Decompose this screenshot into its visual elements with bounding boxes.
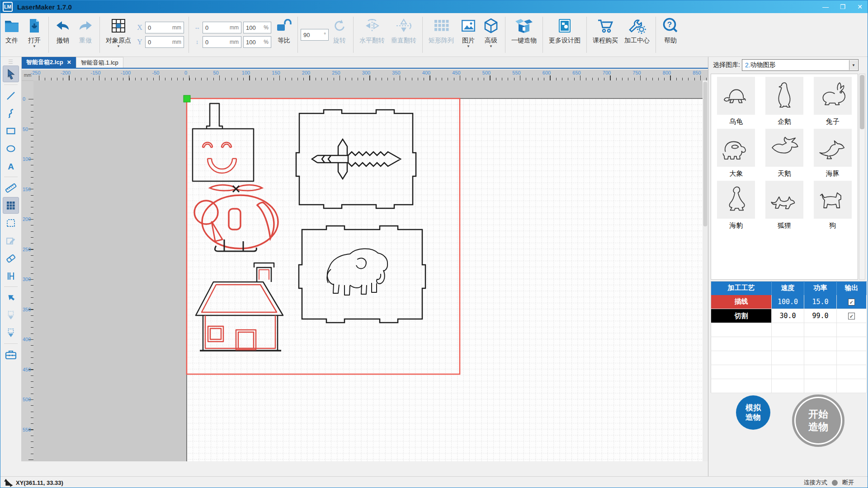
tool-import-shape[interactable]	[3, 289, 19, 306]
library-scrollbar[interactable]	[859, 74, 865, 280]
toolbar-button-file[interactable]: 文件	[0, 13, 23, 56]
tool-export-blue[interactable]	[3, 324, 19, 341]
speed-cell[interactable]: 30.0	[772, 309, 804, 323]
tool-measure[interactable]	[3, 179, 19, 196]
tool-line[interactable]	[3, 87, 19, 104]
document-tab-0[interactable]: 智能音箱2.lcp✕	[22, 57, 76, 68]
library-item-3[interactable]: 兔子	[808, 77, 857, 126]
minimize-button[interactable]: —	[817, 0, 834, 13]
svg-text:?: ?	[667, 20, 672, 29]
output-checkbox[interactable]: ✓	[848, 313, 855, 319]
penguin-icon	[765, 77, 803, 115]
library-item-7[interactable]: 海豹	[712, 181, 760, 230]
palette-separator	[4, 84, 18, 85]
speed-cell[interactable]: 100.0	[772, 295, 804, 309]
close-button[interactable]: ✕	[851, 0, 868, 13]
start-button[interactable]: 开始 造物	[792, 394, 844, 447]
process-name-cell[interactable]: 切割	[711, 309, 772, 323]
tool-select[interactable]	[3, 66, 19, 82]
toolbar-button-origin[interactable]: 对象原点▼	[103, 13, 134, 56]
toolbar-button-rotate: 旋转	[329, 13, 350, 56]
dropdown-caret-icon[interactable]: ▼	[467, 45, 470, 48]
table-header: 功率	[804, 282, 837, 295]
toolbar-button-one-key[interactable]: 一键造物	[508, 13, 540, 56]
tool-spline[interactable]	[3, 105, 19, 122]
width-percent-input[interactable]: 100%	[243, 22, 271, 33]
toolbar-button-more-designs[interactable]: 更多设计图	[546, 13, 584, 56]
library-item-5[interactable]: 天鹅	[760, 129, 809, 178]
library-item-1[interactable]: 乌龟	[712, 77, 760, 126]
library-dropdown[interactable]: 2. 动物图形 ▼	[742, 59, 859, 71]
toolbar-button-advanced[interactable]: 高级▼	[480, 13, 502, 56]
connection-state[interactable]: 断开	[842, 479, 854, 487]
toolbar-button-image[interactable]: 图片▼	[457, 13, 480, 56]
vruler-tick-label: 200	[23, 216, 31, 222]
open-box-icon	[514, 17, 533, 35]
library-select-label: 选择图库:	[713, 61, 740, 69]
table-row-描线[interactable]: 描线 100.0 15.0 ✓	[711, 295, 867, 309]
height-icon: ↕	[193, 38, 201, 46]
width-input[interactable]: 0mm	[203, 22, 241, 33]
table-row-切割[interactable]: 切割 30.0 99.0 ✓	[711, 309, 867, 323]
simulate-button[interactable]: 模拟 造物	[736, 395, 770, 430]
turtle-icon	[717, 77, 755, 115]
tool-toolbox[interactable]	[3, 346, 19, 363]
dropdown-caret-icon[interactable]: ▼	[33, 45, 36, 48]
toolbar-button-help[interactable]: ?帮助	[659, 13, 682, 56]
library-item-4[interactable]: 大象	[712, 129, 760, 178]
output-checkbox[interactable]: ✓	[848, 299, 855, 305]
x-position-input[interactable]: 0mm	[145, 22, 184, 33]
toolbar-button-label: 旋转	[333, 37, 346, 45]
toolbar-button-open[interactable]: 打开▼	[23, 13, 46, 56]
toolbar-button-lock-ratio[interactable]: 等比	[273, 13, 295, 56]
tool-ellipse[interactable]	[3, 140, 19, 157]
dropdown-arrow-icon[interactable]: ▼	[849, 60, 858, 70]
output-cell[interactable]: ✓	[837, 309, 867, 323]
toolbar-separator	[422, 17, 423, 53]
height-percent-input[interactable]: 100%	[243, 36, 271, 48]
toolbar-button-label: 图片	[462, 37, 475, 45]
design-canvas[interactable]	[33, 80, 708, 461]
y-position-input[interactable]: 0mm	[145, 36, 184, 48]
seal-icon	[717, 181, 755, 219]
vruler-tick-label: 350	[23, 307, 31, 312]
palette-drag-handle[interactable]: — — —	[6, 57, 16, 65]
library-selected-name: 动物图形	[750, 61, 776, 69]
tool-beam[interactable]	[3, 267, 19, 284]
rotation-angle-input[interactable]: 90°	[301, 29, 329, 41]
tab-close-icon[interactable]: ✕	[67, 59, 71, 66]
tool-grid-array[interactable]	[3, 197, 19, 214]
library-item-8[interactable]: 狐狸	[760, 181, 809, 230]
library-item-6[interactable]: 海豚	[808, 129, 857, 178]
height-input[interactable]: 0mm	[203, 36, 241, 48]
tool-text[interactable]: A	[3, 158, 19, 174]
library-item-name: 乌龟	[729, 117, 743, 126]
hruler-tick-label: 850	[693, 70, 701, 75]
toolbar-button-process-center[interactable]: 加工中心	[621, 13, 653, 56]
tool-node-edit	[3, 232, 19, 249]
document-tab-1[interactable]: 智能音箱.1.lcp	[76, 57, 123, 68]
status-bar: XY(361.11, 33.33)	[0, 476, 868, 488]
dropdown-caret-icon[interactable]: ▼	[489, 45, 493, 48]
library-item-2[interactable]: 企鹅	[760, 77, 809, 126]
hruler-tick-label: 150	[272, 70, 280, 75]
toolbar-button-course-buy[interactable]: 课程购买	[590, 13, 621, 56]
cursor-coordinates: XY(361.11, 33.33)	[16, 479, 63, 486]
process-name-cell[interactable]: 描线	[711, 295, 772, 309]
tool-marquee[interactable]	[3, 215, 19, 231]
connection-label: 连接方式	[804, 479, 827, 487]
output-cell[interactable]: ✓	[837, 295, 867, 309]
cube-icon	[483, 17, 499, 35]
power-cell[interactable]: 15.0	[804, 295, 837, 309]
hruler-tick-label: 800	[663, 70, 671, 75]
tool-rectangle[interactable]	[3, 122, 19, 139]
power-cell[interactable]: 99.0	[804, 309, 837, 323]
library-item-9[interactable]: 狗	[808, 181, 857, 230]
toolbar-button-undo[interactable]: 撤销	[52, 13, 74, 56]
dropdown-caret-icon[interactable]: ▼	[117, 45, 120, 48]
origin-handle[interactable]	[184, 95, 190, 102]
hruler-tick-label: 650	[572, 70, 580, 75]
position-fields: X 0mm Y 0mm	[134, 13, 186, 56]
maximize-button[interactable]: ❐	[834, 0, 851, 13]
tool-eraser[interactable]	[3, 250, 19, 267]
